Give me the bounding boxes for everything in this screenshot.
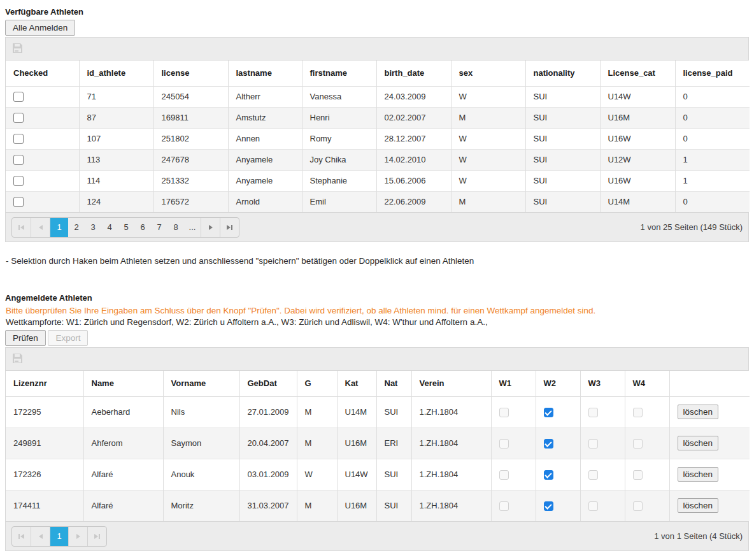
w1-checkbox[interactable]	[499, 470, 509, 480]
table-row[interactable]: 113 247678 Anyamele Joy Chika 14.02.2010…	[6, 149, 750, 170]
col-name-header: Name	[83, 371, 163, 396]
check-button[interactable]: Prüfen	[5, 330, 46, 346]
td-vorname: Moritz	[163, 490, 239, 521]
pager-page-button[interactable]: 3	[85, 218, 101, 237]
td-gebdat: 31.03.2007	[239, 490, 297, 521]
row-select-checkbox[interactable]	[13, 155, 24, 165]
pager-page-button[interactable]: 6	[134, 218, 151, 237]
row-select-checkbox[interactable]	[13, 197, 24, 207]
td-license-paid: 0	[675, 128, 750, 149]
table-row[interactable]: 114 251332 Anyamele Stephanie 15.06.2006…	[6, 170, 750, 191]
td-name: Alfaré	[83, 459, 163, 490]
pager-page-button[interactable]: 7	[151, 218, 167, 237]
available-grid-toolbar	[6, 38, 748, 61]
venues-text: Wettkampforte: W1: Zürich und Regensdorf…	[6, 317, 749, 327]
w1-checkbox[interactable]	[499, 439, 509, 449]
td-license: 251802	[153, 128, 228, 149]
delete-button[interactable]: löschen	[678, 405, 719, 419]
col-license-cat-header: License_cat	[600, 61, 675, 86]
export-button[interactable]: Export	[48, 330, 88, 346]
pager-last-button[interactable]	[220, 218, 239, 237]
pager-page-button[interactable]: 8	[167, 218, 184, 237]
td-verein: 1.ZH.1804	[411, 490, 491, 521]
available-pager: 1 2 3 4 5 6 7 8 ... 1 von 25 Seiten (149…	[6, 212, 748, 241]
td-firstname: Vanessa	[302, 86, 376, 107]
col-w4-header: W4	[625, 371, 669, 396]
w3-checkbox[interactable]	[588, 501, 598, 511]
w1-checkbox[interactable]	[499, 501, 509, 511]
table-row[interactable]: 124 176572 Arnold Emil 22.06.2009 M SUI …	[6, 191, 750, 212]
w3-checkbox[interactable]	[588, 470, 598, 480]
delete-button[interactable]: löschen	[678, 436, 719, 450]
table-row[interactable]: 174411 Alfaré Moritz 31.03.2007 M U16M S…	[6, 490, 750, 521]
table-row[interactable]: 249891 Ahferom Saymon 20.04.2007 M U16M …	[6, 427, 750, 459]
w3-checkbox[interactable]	[588, 439, 598, 449]
save-icon[interactable]	[12, 353, 23, 366]
pager-next-button[interactable]	[68, 527, 87, 546]
td-license-paid: 0	[675, 86, 750, 107]
w1-checkbox[interactable]	[499, 408, 509, 417]
td-name: Aeberhard	[83, 396, 163, 427]
w2-checkbox[interactable]	[544, 470, 553, 480]
td-lastname: Annen	[228, 128, 302, 149]
td-birth-date: 15.06.2006	[376, 170, 451, 191]
pager-next-button[interactable]	[201, 218, 220, 237]
w2-checkbox[interactable]	[544, 501, 553, 511]
td-license-cat: U14W	[600, 86, 675, 107]
col-checked-header: Checked	[6, 61, 79, 86]
td-lastname: Anyamele	[228, 170, 302, 191]
row-select-checkbox[interactable]	[13, 134, 24, 144]
col-birth-date-header: birth_date	[376, 61, 451, 86]
registered-athletes-title: Angemeldete Athleten	[5, 293, 749, 303]
td-license-paid: 0	[675, 191, 750, 212]
col-w1-header: W1	[491, 371, 536, 396]
row-select-checkbox[interactable]	[13, 113, 24, 123]
td-verein: 1.ZH.1804	[411, 427, 491, 459]
td-license: 169811	[153, 107, 228, 128]
w2-checkbox[interactable]	[544, 408, 553, 417]
td-lizenznr: 174411	[6, 490, 83, 521]
td-birth-date: 02.02.2007	[376, 107, 451, 128]
pager-page-button[interactable]: 1	[50, 218, 68, 237]
save-icon[interactable]	[12, 43, 23, 55]
td-sex: W	[451, 128, 525, 149]
registered-athletes-grid: Lizenznr Name Vorname GebDat G Kat Nat V…	[5, 347, 749, 551]
td-nat: ERI	[376, 427, 411, 459]
pager-page-button[interactable]: 4	[101, 218, 118, 237]
w3-checkbox[interactable]	[588, 408, 598, 417]
pager-first-button[interactable]	[12, 527, 31, 546]
table-row[interactable]: 172295 Aeberhard Nils 27.01.2009 M U14M …	[6, 396, 750, 427]
pager-prev-button[interactable]	[31, 218, 50, 237]
pager-last-button[interactable]	[87, 527, 106, 546]
pager-info: 1 von 25 Seiten (149 Stück)	[641, 222, 743, 232]
table-row[interactable]: 107 251802 Annen Romy 28.12.2007 W SUI U…	[6, 128, 750, 149]
row-select-checkbox[interactable]	[13, 176, 24, 186]
td-g: M	[297, 427, 337, 459]
w4-checkbox[interactable]	[633, 501, 643, 511]
td-id-athlete: 71	[79, 86, 153, 107]
w4-checkbox[interactable]	[633, 439, 643, 449]
w2-checkbox[interactable]	[544, 439, 553, 449]
td-license-paid: 1	[675, 170, 750, 191]
table-row[interactable]: 87 169811 Amstutz Henri 02.02.2007 M SUI…	[6, 107, 750, 128]
td-vorname: Nils	[163, 396, 239, 427]
pager-page-button[interactable]: 1	[50, 527, 68, 546]
register-all-button[interactable]: Alle Anmelden	[5, 20, 75, 36]
row-select-checkbox[interactable]	[13, 92, 24, 102]
delete-button[interactable]: löschen	[678, 498, 719, 513]
td-license-paid: 1	[675, 149, 750, 170]
pager-info: 1 von 1 Seiten (4 Stück)	[654, 531, 743, 541]
pager-prev-button[interactable]	[31, 527, 50, 546]
table-row[interactable]: 172326 Alfaré Anouk 03.01.2009 W U14W SU…	[6, 459, 750, 490]
w4-checkbox[interactable]	[633, 408, 643, 417]
pager-page-button[interactable]: 2	[68, 218, 85, 237]
pager-first-button[interactable]	[12, 218, 31, 237]
col-g-header: G	[297, 371, 337, 396]
pager-page-button[interactable]: 5	[118, 218, 134, 237]
td-license-cat: U16W	[600, 128, 675, 149]
pager-more-pages-button[interactable]: ...	[184, 218, 201, 237]
available-athletes-section: Verfügbare Athleten Alle Anmelden Checke…	[5, 7, 749, 242]
w4-checkbox[interactable]	[633, 470, 643, 480]
table-row[interactable]: 71 245054 Altherr Vanessa 24.03.2009 W S…	[6, 86, 750, 107]
delete-button[interactable]: löschen	[678, 467, 719, 482]
